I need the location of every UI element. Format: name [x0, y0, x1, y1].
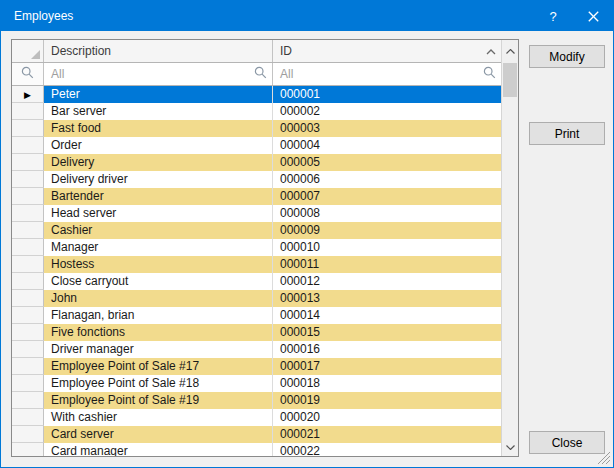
row-indicator-cell[interactable] — [12, 222, 44, 239]
cell-id[interactable]: 000001 — [273, 86, 501, 103]
cell-id[interactable]: 000014 — [273, 307, 501, 324]
table-row[interactable]: Employee Point of Sale #19 000019 — [12, 392, 501, 409]
cell-id[interactable]: 000003 — [273, 120, 501, 137]
table-row[interactable]: Driver manager 000016 — [12, 341, 501, 358]
table-row[interactable]: Manager 000010 — [12, 239, 501, 256]
table-row[interactable]: Flanagan, brian 000014 — [12, 307, 501, 324]
cell-description[interactable]: Five fonctions — [44, 324, 273, 341]
cell-id[interactable]: 000016 — [273, 341, 501, 358]
cell-description[interactable]: Bar server — [44, 103, 273, 120]
table-row[interactable]: John 000013 — [12, 290, 501, 307]
cell-id[interactable]: 000007 — [273, 188, 501, 205]
filter-indicator-cell[interactable] — [12, 63, 44, 85]
table-row[interactable]: Delivery driver 000006 — [12, 171, 501, 188]
table-row[interactable]: Fast food 000003 — [12, 120, 501, 137]
cell-id[interactable]: 000002 — [273, 103, 501, 120]
row-indicator-cell[interactable] — [12, 341, 44, 358]
table-row[interactable]: Cashier 000009 — [12, 222, 501, 239]
cell-description[interactable]: Order — [44, 137, 273, 154]
cell-description[interactable]: Fast food — [44, 120, 273, 137]
modify-button[interactable]: Modify — [529, 45, 605, 68]
table-row[interactable]: Employee Point of Sale #17 000017 — [12, 358, 501, 375]
table-row[interactable]: Close carryout 000012 — [12, 273, 501, 290]
cell-description[interactable]: With cashier — [44, 409, 273, 426]
row-indicator-cell[interactable] — [12, 120, 44, 137]
cell-id[interactable]: 000012 — [273, 273, 501, 290]
filter-input-description[interactable]: All — [44, 63, 273, 85]
scrollbar-thumb[interactable] — [503, 63, 517, 97]
table-row[interactable]: Delivery 000005 — [12, 154, 501, 171]
table-row[interactable]: Hostess 000011 — [12, 256, 501, 273]
row-indicator-cell[interactable] — [12, 392, 44, 409]
row-indicator-cell[interactable] — [12, 137, 44, 154]
cell-description[interactable]: Hostess — [44, 256, 273, 273]
row-indicator-cell[interactable] — [12, 375, 44, 392]
cell-description[interactable]: Delivery — [44, 154, 273, 171]
column-header-id[interactable]: ID — [273, 40, 501, 62]
row-indicator-cell[interactable] — [12, 290, 44, 307]
cell-description[interactable]: Flanagan, brian — [44, 307, 273, 324]
cell-id[interactable]: 000018 — [273, 375, 501, 392]
cell-id[interactable]: 000010 — [273, 239, 501, 256]
row-indicator-cell[interactable] — [12, 358, 44, 375]
cell-id[interactable]: 000022 — [273, 443, 501, 456]
cell-id[interactable]: 000008 — [273, 205, 501, 222]
cell-description[interactable]: Bartender — [44, 188, 273, 205]
cell-description[interactable]: Close carryout — [44, 273, 273, 290]
resize-grip[interactable] — [597, 451, 610, 464]
row-indicator-cell[interactable] — [12, 307, 44, 324]
table-row[interactable]: ▶ Peter 000001 — [12, 86, 501, 103]
row-indicator-cell[interactable]: ▶ — [12, 86, 44, 103]
cell-id[interactable]: 000013 — [273, 290, 501, 307]
row-indicator-cell[interactable] — [12, 409, 44, 426]
close-button[interactable]: Close — [529, 431, 605, 454]
cell-id[interactable]: 000006 — [273, 171, 501, 188]
cell-id[interactable]: 000004 — [273, 137, 501, 154]
table-row[interactable]: Bar server 000002 — [12, 103, 501, 120]
cell-description[interactable]: Card manager — [44, 443, 273, 456]
table-row[interactable]: Head server 000008 — [12, 205, 501, 222]
cell-id[interactable]: 000019 — [273, 392, 501, 409]
row-indicator-cell[interactable] — [12, 239, 44, 256]
help-button[interactable]: ? — [533, 1, 573, 31]
table-row[interactable]: Card manager 000022 — [12, 443, 501, 456]
cell-description[interactable]: Peter — [44, 86, 273, 103]
cell-description[interactable]: Delivery driver — [44, 171, 273, 188]
table-row[interactable]: Employee Point of Sale #18 000018 — [12, 375, 501, 392]
row-indicator-cell[interactable] — [12, 171, 44, 188]
row-indicator-cell[interactable] — [12, 103, 44, 120]
close-window-button[interactable] — [573, 1, 613, 31]
filter-input-id[interactable]: All — [273, 63, 501, 85]
table-row[interactable]: With cashier 000020 — [12, 409, 501, 426]
select-all-corner[interactable] — [12, 40, 44, 62]
cell-id[interactable]: 000021 — [273, 426, 501, 443]
cell-id[interactable]: 000020 — [273, 409, 501, 426]
cell-description[interactable]: Employee Point of Sale #19 — [44, 392, 273, 409]
row-indicator-cell[interactable] — [12, 256, 44, 273]
table-row[interactable]: Order 000004 — [12, 137, 501, 154]
cell-description[interactable]: Head server — [44, 205, 273, 222]
row-indicator-cell[interactable] — [12, 324, 44, 341]
cell-description[interactable]: Driver manager — [44, 341, 273, 358]
cell-description[interactable]: Card server — [44, 426, 273, 443]
table-row[interactable]: Five fonctions 000015 — [12, 324, 501, 341]
row-indicator-cell[interactable] — [12, 273, 44, 290]
cell-id[interactable]: 000009 — [273, 222, 501, 239]
scrollbar-down-button[interactable] — [502, 436, 518, 456]
cell-id[interactable]: 000015 — [273, 324, 501, 341]
table-row[interactable]: Card server 000021 — [12, 426, 501, 443]
row-indicator-cell[interactable] — [12, 188, 44, 205]
print-button[interactable]: Print — [529, 122, 605, 145]
cell-description[interactable]: Manager — [44, 239, 273, 256]
cell-description[interactable]: Employee Point of Sale #17 — [44, 358, 273, 375]
cell-id[interactable]: 000017 — [273, 358, 501, 375]
cell-description[interactable]: Employee Point of Sale #18 — [44, 375, 273, 392]
scrollbar-up-button[interactable] — [502, 40, 518, 60]
row-indicator-cell[interactable] — [12, 205, 44, 222]
column-header-description[interactable]: Description — [44, 40, 273, 62]
table-row[interactable]: Bartender 000007 — [12, 188, 501, 205]
row-indicator-cell[interactable] — [12, 154, 44, 171]
cell-description[interactable]: Cashier — [44, 222, 273, 239]
vertical-scrollbar[interactable] — [501, 40, 518, 456]
cell-description[interactable]: John — [44, 290, 273, 307]
